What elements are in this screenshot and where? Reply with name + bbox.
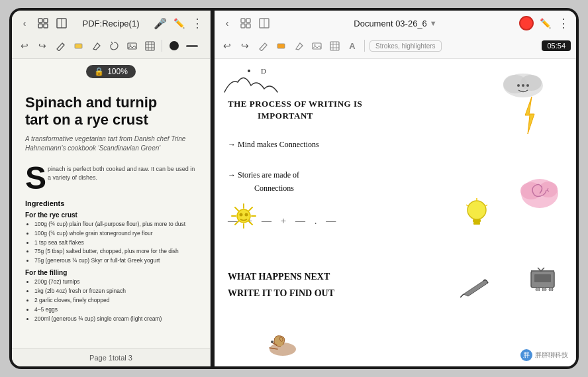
grid-tool[interactable] <box>142 38 157 53</box>
image-tool[interactable] <box>124 38 139 53</box>
list-item: 75g (5 tbsp) salted butter, chopped, plu… <box>34 248 197 256</box>
svg-line-44 <box>249 207 252 211</box>
svg-rect-10 <box>146 42 154 50</box>
svg-point-34 <box>517 84 520 87</box>
svg-point-67 <box>271 341 273 343</box>
list-item: 75g (generous ¾ cup) Skyr or full-fat Gr… <box>34 257 197 265</box>
right-highlight[interactable] <box>273 38 288 53</box>
svg-point-47 <box>245 213 248 217</box>
intro-text: pinach is perfect both cooked and raw. I… <box>48 165 197 183</box>
svg-rect-24 <box>330 42 339 50</box>
right-eraser[interactable] <box>291 38 306 53</box>
right-text-tool[interactable]: A <box>345 38 360 53</box>
list-item: 4–5 eggs <box>34 306 197 314</box>
svg-line-57 <box>460 294 464 297</box>
svg-rect-16 <box>246 19 250 23</box>
svg-rect-15 <box>241 19 245 23</box>
lasso-tool[interactable] <box>107 38 121 53</box>
right-redo-btn[interactable]: ↪ <box>238 38 252 53</box>
list-item: 1 tsp sea salt flakes <box>34 239 197 247</box>
right-back-button[interactable]: ‹ <box>220 16 234 30</box>
svg-rect-59 <box>534 274 551 282</box>
note-bullet-2: → Stories are made of <box>228 170 299 181</box>
svg-rect-7 <box>75 44 82 48</box>
more-options-left[interactable]: ⋮ <box>190 16 205 30</box>
svg-point-29 <box>248 70 250 72</box>
drop-cap: S <box>25 162 46 194</box>
grid-icon[interactable] <box>36 16 50 30</box>
right-toolbar: ‹ Document 03-26_6 ▼ ✏️ ⋮ <box>215 11 576 59</box>
svg-point-61 <box>542 288 546 291</box>
strokes-label: Strokes, highlighters <box>369 40 442 52</box>
svg-line-52 <box>485 205 487 206</box>
filling-heading: For the filling <box>25 269 197 276</box>
pen-sketch <box>460 278 493 300</box>
mic-icon[interactable]: 🎤 <box>153 16 168 30</box>
left-content: Spinach and turnip tart on a rye crust A… <box>12 83 210 348</box>
bulb-sketch <box>464 198 490 234</box>
wm-icon: 胖 <box>520 349 532 361</box>
undo-btn[interactable]: ↩ <box>17 38 32 53</box>
svg-line-42 <box>235 207 238 211</box>
right-content: D The Process of Writing is Important → … <box>215 59 576 366</box>
svg-point-48 <box>467 201 486 219</box>
list-item: 100g (¾ cup) whole grain stoneground rye… <box>34 230 197 238</box>
right-pencil-icon[interactable]: ✏️ <box>538 16 552 30</box>
svg-rect-21 <box>277 44 285 48</box>
svg-point-36 <box>526 84 529 87</box>
svg-point-60 <box>536 288 540 291</box>
list-item: 2 garlic cloves, finely chopped <box>34 297 197 305</box>
watermark: 胖 胖胖聊科技 <box>520 349 568 361</box>
record-button[interactable] <box>519 16 534 30</box>
left-panel: ‹ PDF:Recipe(1) 🎤 ✏️ ⋮ ↩ ↪ <box>12 11 211 366</box>
note-bullet-2b: Connections <box>254 184 294 194</box>
right-grid-icon[interactable] <box>238 16 253 30</box>
svg-point-23 <box>314 44 315 46</box>
draw-tool[interactable] <box>53 38 68 53</box>
sun-sketch <box>229 201 259 234</box>
svg-point-33 <box>520 75 542 91</box>
left-footer: Page 1total 3 <box>12 348 210 366</box>
layout-icon[interactable] <box>54 16 69 30</box>
svg-rect-49 <box>473 219 481 222</box>
doc-title: Spinach and turnip tart on a rye crust <box>25 94 197 129</box>
svg-rect-50 <box>473 222 480 225</box>
list-item: 1kg (2lb 4oz) fresh or frozen spinach <box>34 288 197 296</box>
color-black[interactable] <box>167 38 181 53</box>
highlight-tool[interactable] <box>71 38 85 53</box>
process-line2: Important <box>258 111 313 122</box>
lightning-sketch <box>520 95 540 138</box>
pencil-icon[interactable]: ✏️ <box>172 16 186 30</box>
right-grid-tool[interactable] <box>327 38 342 53</box>
svg-rect-3 <box>44 24 48 28</box>
left-doc-title: PDF:Recipe(1) <box>73 19 149 28</box>
rye-crust-list: 100g (¾ cup) plain flour (all-purpose fl… <box>25 221 197 265</box>
line-width[interactable] <box>185 38 199 53</box>
svg-point-46 <box>240 213 243 217</box>
svg-line-43 <box>249 221 252 225</box>
process-title: The Process of Writing is <box>228 99 362 110</box>
more-options-right[interactable]: ⋮ <box>556 16 571 30</box>
write-it: Write it to Find Out <box>228 288 334 299</box>
list-item: 200g (7oz) turnips <box>34 278 197 286</box>
right-image-tool[interactable] <box>309 38 324 53</box>
eraser-tool[interactable] <box>89 38 103 53</box>
what-happens: What Happens Next <box>228 271 330 283</box>
list-item: 100g (¾ cup) plain flour (all-purpose fl… <box>34 221 197 229</box>
svg-rect-22 <box>313 43 321 49</box>
zoom-badge[interactable]: 🔒 100% <box>86 65 136 78</box>
pink-cloud-sketch <box>516 168 563 217</box>
right-draw-tool[interactable] <box>256 38 270 53</box>
svg-rect-18 <box>246 24 250 28</box>
svg-rect-1 <box>44 19 48 23</box>
right-layout-icon[interactable] <box>257 16 271 30</box>
svg-rect-8 <box>128 43 136 49</box>
redo-btn[interactable]: ↪ <box>35 38 50 53</box>
list-item: 200ml (generous ¾ cup) single cream (lig… <box>34 315 197 323</box>
svg-rect-2 <box>38 24 42 28</box>
zoom-level: 100% <box>107 67 128 76</box>
back-button[interactable]: ‹ <box>17 16 32 30</box>
doc-subtitle: A transformative vegetarian tart from Da… <box>25 135 197 153</box>
right-undo-btn[interactable]: ↩ <box>220 38 234 53</box>
typewriter-sketch <box>528 264 558 294</box>
